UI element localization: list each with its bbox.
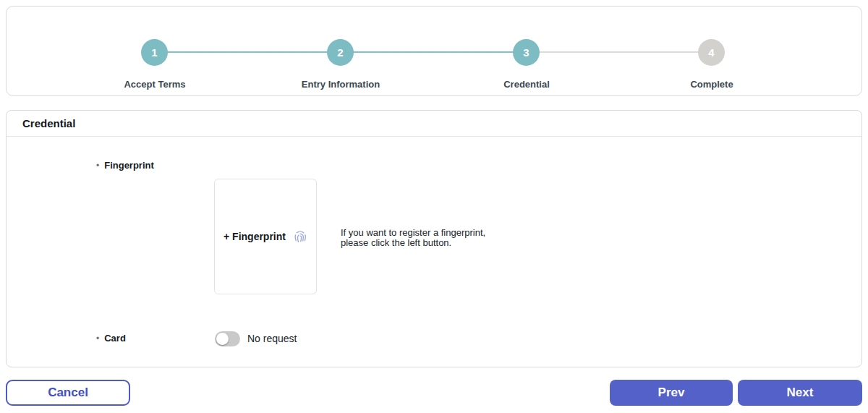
bullet-icon: • [96, 333, 99, 344]
step-label-accept-terms: Accept Terms [75, 79, 234, 90]
card-field-label: •Card [96, 333, 126, 344]
step-circle-accept-terms: 1 [141, 39, 168, 66]
card-label-text: Card [104, 333, 126, 344]
stepper-connector-2-3 [341, 51, 527, 53]
credential-panel: Credential •Fingerprint + Fingerprint If… [6, 110, 862, 367]
step-number: 1 [151, 46, 157, 59]
step-label-credential: Credential [447, 79, 606, 90]
step-circle-entry-information: 2 [327, 39, 354, 66]
fingerprint-field-label: •Fingerprint [96, 160, 154, 171]
panel-title: Credential [22, 117, 75, 129]
prev-button[interactable]: Prev [610, 380, 733, 406]
cancel-button[interactable]: Cancel [6, 380, 130, 406]
step-label-complete: Complete [632, 79, 791, 90]
card-toggle-switch[interactable] [215, 331, 240, 346]
helper-line-2: please click the left button. [341, 238, 485, 248]
next-button[interactable]: Next [738, 380, 862, 406]
step-label-entry-information: Entry Information [261, 79, 420, 90]
stepper-connector-3-4 [527, 51, 712, 53]
registration-wizard-page: 1 2 3 4 Accept Terms Entry Information C… [0, 0, 868, 413]
step-number: 3 [523, 46, 529, 59]
add-fingerprint-button-label: + Fingerprint [224, 231, 286, 242]
toggle-knob [216, 333, 229, 345]
bullet-icon: • [96, 161, 99, 171]
step-number: 4 [708, 46, 714, 59]
stepper-panel: 1 2 3 4 Accept Terms Entry Information C… [6, 6, 862, 96]
step-circle-credential: 3 [513, 39, 540, 66]
step-number: 2 [337, 46, 343, 59]
fingerprint-label-text: Fingerprint [104, 160, 154, 171]
helper-line-1: If you want to register a fingerprint, [341, 228, 485, 238]
fingerprint-icon [293, 229, 307, 244]
fingerprint-helper-text: If you want to register a fingerprint, p… [341, 228, 485, 248]
add-fingerprint-button[interactable]: + Fingerprint [214, 179, 317, 294]
credential-panel-header: Credential [7, 111, 861, 137]
step-circle-complete: 4 [698, 39, 725, 66]
stepper-connector-1-2 [155, 51, 341, 53]
card-toggle-label: No request [247, 333, 297, 344]
